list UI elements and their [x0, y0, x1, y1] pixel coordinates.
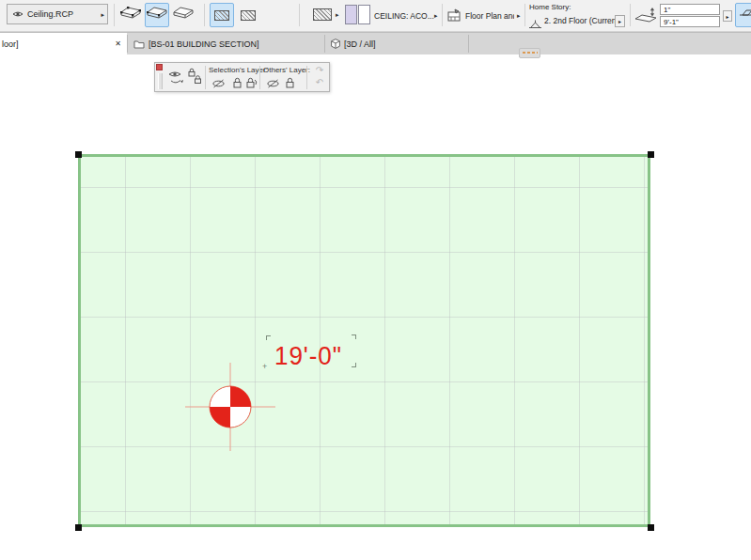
slab-geometry-polygon-button[interactable]	[118, 3, 143, 27]
hatch-alt-icon	[241, 10, 256, 21]
chevron-right-icon: ▸	[101, 11, 104, 18]
bottom-elevation-input[interactable]	[660, 16, 720, 27]
text-selection-corner[interactable]	[352, 334, 356, 339]
home-story-value: 2. 2nd Floor (Current)	[544, 16, 621, 25]
home-story-icon	[529, 16, 541, 33]
palette-separator	[205, 66, 206, 89]
eye-icon	[12, 10, 23, 18]
crossed-eye-icon	[266, 79, 280, 88]
tab-label: [3D / All]	[344, 39, 376, 49]
favorites-dropdown[interactable]: Ceiling.RCP ▸	[7, 4, 108, 24]
lock-icon	[233, 77, 242, 88]
selection-handle[interactable]	[75, 151, 82, 158]
fill-type-arrow[interactable]: ▸	[434, 0, 438, 31]
slab-geometry-rotated-button[interactable]	[171, 3, 196, 27]
text-selection-corner[interactable]	[266, 335, 271, 340]
dimension-text[interactable]: 19'-0"	[274, 343, 342, 369]
lock-layer-toggle-button[interactable]	[188, 68, 202, 86]
slab-elevation-icon	[634, 7, 658, 29]
folder-icon	[133, 39, 145, 49]
chevron-right-icon: ▸	[336, 11, 339, 18]
fill-construction-method-button[interactable]	[210, 3, 234, 27]
tab-building-section[interactable]: [BS-01 BUILDING SECTION]	[128, 33, 324, 54]
collapsed-palette-handle[interactable]	[519, 48, 540, 58]
slab-rectangle-icon	[147, 6, 167, 24]
hatch-icon	[214, 10, 229, 21]
tab-floor-plan[interactable]: loor] ✕	[0, 33, 127, 54]
toolbar-separator	[524, 4, 525, 26]
chevron-right-icon: ▸	[434, 12, 438, 19]
lock-selection-layer-button[interactable]	[233, 77, 242, 88]
unlock-selection-layer-button[interactable]	[246, 77, 258, 88]
palette-separator	[306, 66, 307, 89]
text-anchor-plus-icon[interactable]: +	[262, 363, 267, 371]
home-story-label: Home Story:	[529, 3, 571, 11]
palette-drag-handle[interactable]	[158, 73, 163, 89]
cube-icon	[331, 39, 340, 49]
view-display-arrow[interactable]: ▸	[517, 0, 521, 31]
lock-others-layer-button[interactable]	[286, 77, 294, 88]
view-display-label[interactable]: Floor Plan and Section...	[465, 0, 514, 31]
tab-divider	[468, 35, 469, 53]
hide-others-layer-button[interactable]	[266, 79, 280, 88]
lock-icon	[286, 77, 294, 88]
origin-marker[interactable]	[184, 362, 276, 452]
double-lock-icon	[188, 68, 202, 86]
slab-polygon-icon	[120, 6, 141, 24]
toolbar-separator	[630, 4, 631, 26]
chevron-right-icon: ▸	[517, 12, 521, 19]
floor-plan-display-icon	[447, 8, 462, 26]
tab-label: loor]	[2, 39, 19, 49]
background-pen-swatch[interactable]	[358, 5, 370, 24]
palette-separator	[259, 66, 260, 89]
tab-label: [BS-01 BUILDING SECTION]	[149, 39, 259, 49]
info-box-toolbar: Ceiling.RCP ▸ ▸	[0, 0, 751, 32]
eye-arrow-icon	[167, 70, 185, 86]
palette-close-button[interactable]	[156, 64, 163, 70]
hide-selection-layer-button[interactable]	[211, 79, 226, 88]
close-icon[interactable]: ✕	[115, 40, 121, 48]
tab-3d-all[interactable]: [3D / All]	[325, 33, 468, 54]
selection-handle[interactable]	[75, 524, 82, 531]
favorites-label: Ceiling.RCP	[27, 9, 101, 19]
text-selection-corner[interactable]	[352, 363, 356, 367]
pivot-line-icon	[739, 7, 751, 23]
selection-handle[interactable]	[648, 524, 654, 531]
slab-geometry-rectangle-button[interactable]	[145, 3, 169, 27]
lock-arrow-icon	[246, 77, 258, 88]
elevation-picker-button[interactable]: ▸	[723, 10, 732, 22]
fill-reference-method-button[interactable]	[236, 3, 260, 27]
fill-type-label[interactable]: CEILING: ACO...	[374, 0, 434, 31]
toolbar-separator	[204, 4, 205, 26]
ceiling-slab[interactable]	[78, 154, 650, 527]
fill-pattern-dropdown[interactable]: ▸	[313, 8, 339, 21]
foreground-pen-swatch[interactable]	[345, 5, 357, 24]
undo-layer-action-button[interactable]: ↶	[311, 78, 328, 90]
home-story-picker-button[interactable]: ▸	[615, 15, 625, 27]
crossed-eye-icon	[211, 79, 226, 88]
palette-dashes-icon	[523, 52, 538, 54]
pivot-line-button[interactable]	[735, 3, 751, 27]
hide-layer-toggle-button[interactable]	[167, 70, 185, 86]
selection-handle[interactable]	[648, 151, 654, 158]
top-offset-input[interactable]	[660, 4, 720, 15]
chevron-right-icon: ▸	[618, 18, 621, 24]
quick-layers-palette: Selection's Layer: Others' Layer: ↷ ↶	[154, 62, 330, 92]
toolbar-separator	[442, 4, 443, 26]
archicad-window: Ceiling.RCP ▸ ▸	[0, 0, 751, 560]
toolbar-separator	[299, 4, 300, 26]
fill-pattern-icon	[313, 8, 332, 21]
toolbar-separator	[114, 4, 115, 26]
slab-plain-icon	[173, 6, 194, 24]
chevron-right-icon: ▸	[726, 13, 728, 20]
others-layer-label: Others' Layer:	[263, 66, 310, 74]
view-tab-bar: loor] ✕ [BS-01 BUILDING SECTION] [3D / A…	[0, 32, 751, 54]
